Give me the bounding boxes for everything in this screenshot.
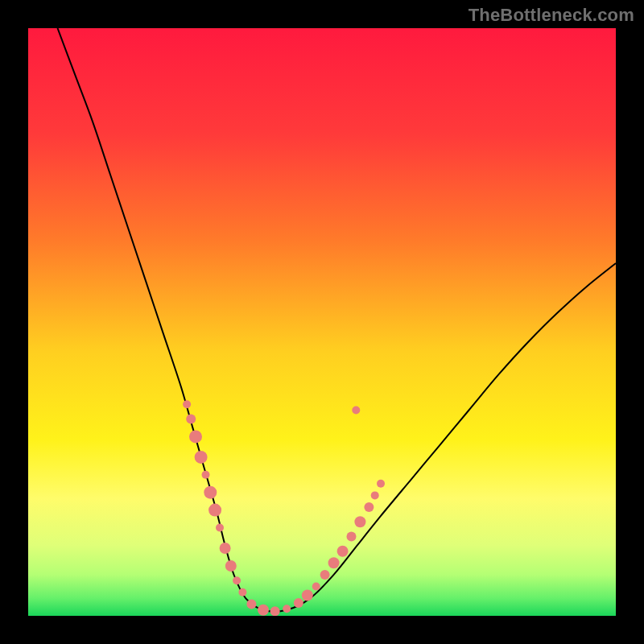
curve-marker	[246, 599, 256, 609]
curve-marker	[233, 576, 241, 584]
curve-marker	[283, 605, 291, 613]
curve-marker	[216, 524, 224, 532]
curve-marker	[258, 605, 269, 616]
curve-marker	[204, 486, 217, 499]
curve-marker	[364, 502, 374, 512]
curve-marker	[320, 570, 330, 580]
watermark-text: TheBottleneck.com	[469, 5, 634, 26]
curve-marker	[328, 557, 340, 568]
curve-marker	[347, 532, 357, 542]
plot-area	[28, 28, 616, 616]
curve-marker	[238, 588, 246, 597]
curve-marker	[195, 451, 208, 464]
gradient-background	[28, 28, 616, 616]
curve-marker	[202, 471, 210, 479]
curve-marker	[371, 491, 379, 499]
curve-marker	[312, 583, 320, 591]
curve-marker	[183, 400, 191, 408]
curve-marker	[270, 606, 280, 616]
curve-marker	[189, 430, 202, 443]
curve-marker	[294, 598, 303, 608]
bottleneck-chart	[28, 28, 616, 616]
chart-frame: TheBottleneck.com	[0, 0, 644, 644]
curve-marker	[337, 546, 349, 557]
curve-marker	[302, 590, 313, 601]
curve-marker	[208, 504, 221, 517]
curve-marker	[377, 480, 385, 488]
curve-marker	[220, 543, 231, 554]
curve-marker	[352, 407, 360, 415]
curve-marker	[225, 560, 237, 572]
curve-marker	[354, 516, 365, 527]
curve-marker	[186, 414, 196, 423]
